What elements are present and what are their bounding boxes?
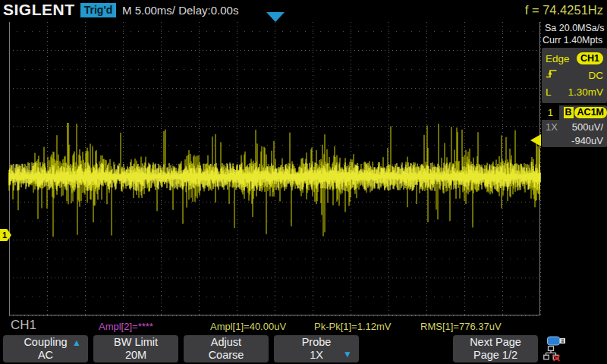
softkey-adjust[interactable]: Adjust Coarse [184,335,269,362]
softkey-next-page-value: Page 1/2 [453,349,538,362]
softkey-bw-limit-value: 20M [93,349,178,362]
active-menu-title: CH1 [11,318,36,333]
volts-per-div-readout: 500uV/ [572,121,603,133]
chevron-up-icon: ▲ [72,337,81,348]
channel-number-badge: 1 [542,105,559,120]
lan-disconnected-icon [543,346,561,364]
memory-depth-readout: Curr 1.40Mpts [543,35,602,46]
channel1-info-panel[interactable]: 1 B AC1M 1X 500uV/ -940uV [542,105,607,147]
measurement-rms1: RMS[1]=776.37uV [420,321,502,332]
trigger-status-badge: Trig'd [80,3,116,17]
softkey-bw-limit-title: BW Limit [93,336,178,349]
softkey-coupling[interactable]: Coupling AC ▲ [3,335,88,362]
softkey-probe-title: Probe [274,336,359,349]
channel-offset-readout: -940uV [571,135,603,146]
softkey-next-page[interactable]: Next Page Page 1/2 [453,335,538,362]
brand-logo: SIGLENT [3,1,75,19]
softkey-adjust-value: Coarse [184,349,269,362]
channel-coupling-badge: AC1M [574,107,607,118]
trigger-source-badge: CH1 [577,52,603,64]
measurement-ampl1: Ampl[1]=40.00uV [210,321,286,332]
softkey-bw-limit[interactable]: BW Limit 20M [93,335,178,362]
waveform-display[interactable] [0,21,541,316]
trigger-coupling-label: DC [589,70,604,81]
trigger-level-label: L [546,86,552,98]
chevron-down-icon: ▼ [343,349,352,359]
trigger-type-label: Edge [546,53,570,64]
measurement-ampl2: Ampl[2]=**** [99,321,153,332]
probe-attenuation-readout: 1X [546,121,558,133]
sample-rate-readout: Sa 20.0MSa/s [545,23,605,33]
measurement-pkpk1: Pk-Pk[1]=1.12mV [314,321,392,332]
trigger-level-value: 1.30mV [568,86,603,98]
frequency-counter: f = 74.4251Hz [525,3,603,17]
rising-edge-icon [546,68,558,82]
softkey-adjust-title: Adjust [184,336,269,349]
timebase-readout: M 5.00ms/ Delay:0.00s [122,4,238,17]
softkey-coupling-value: AC [3,349,88,362]
softkey-next-page-title: Next Page [453,336,538,349]
softkey-probe[interactable]: Probe 1X ▼ [274,335,359,362]
trigger-position-marker[interactable] [266,12,285,22]
bandwidth-limit-badge: B [564,107,574,118]
trigger-level-marker[interactable] [530,134,541,146]
trigger-info-panel[interactable]: Edge CH1 DC L 1.30mV [542,48,607,103]
